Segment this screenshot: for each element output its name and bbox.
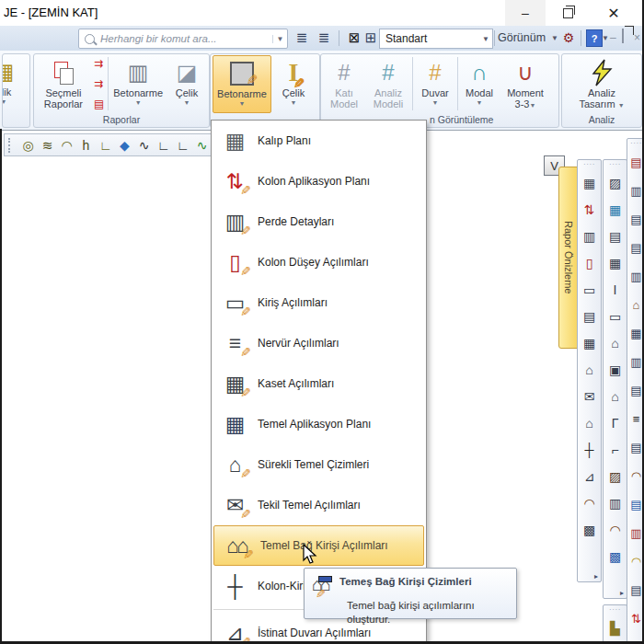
right-toolbar-1: ∙∙∙∙ ▦⇅▥▯▭▤▦⌂✉⌂┼⊿◠▩ ▸ bbox=[577, 159, 602, 582]
menu-item[interactable]: ▭ ✎ Kiriş Açılımları bbox=[212, 282, 426, 323]
mdi-close-button[interactable]: × bbox=[634, 31, 640, 44]
betonarme-raporlar-button[interactable]: ▥ Betonarme ▼ bbox=[109, 55, 167, 111]
layers-alt-icon[interactable]: ≣ bbox=[315, 29, 333, 47]
drawing-tool-icon[interactable]: ▥ bbox=[605, 489, 625, 516]
menu-item[interactable]: ▦ ✎ Kaset Açılımları bbox=[212, 363, 426, 404]
menu-item[interactable]: ⌂ ✎ Sürekli Temel Çizimleri bbox=[212, 444, 426, 485]
mdi-minimize-button[interactable]: – bbox=[610, 31, 616, 44]
canvas-tool-icon[interactable]: ◆ bbox=[115, 138, 134, 153]
drawing-tool-icon[interactable]: ▥ bbox=[580, 223, 599, 249]
canvas-tool-icon[interactable]: ≋ bbox=[38, 138, 57, 153]
canvas-tool-icon[interactable]: h bbox=[76, 138, 96, 153]
canvas-tool-icon[interactable]: ∟ bbox=[154, 138, 173, 153]
moment-button[interactable]: ∪ Moment 3-3▼ bbox=[500, 55, 551, 111]
drawing-tool-icon[interactable]: ▭ bbox=[580, 276, 599, 303]
menu-item-label: Temel Bağ Kirişi Açılımları bbox=[260, 539, 388, 552]
canvas-tool-icon[interactable]: ∿ bbox=[134, 138, 154, 153]
search-input[interactable] bbox=[98, 32, 272, 45]
drawing-tool-icon[interactable]: ◠ bbox=[580, 489, 599, 516]
drawing-tool-icon[interactable]: ⌐ bbox=[605, 436, 625, 463]
restore-button[interactable] bbox=[547, 0, 588, 26]
drawing-tool-icon[interactable]: ▤ bbox=[580, 303, 599, 329]
analiz-modeli-button[interactable]: # Analiz Modeli bbox=[365, 55, 411, 111]
layers-icon[interactable]: ≣ bbox=[293, 29, 311, 47]
close-view-icon[interactable]: ⊠ bbox=[346, 29, 362, 47]
minimize-button[interactable]: – bbox=[505, 0, 546, 26]
plan-view-icon[interactable]: ⊞ bbox=[362, 29, 379, 47]
menu-item[interactable]: ⇅ ✎ Kolon Aplikasyon Planı bbox=[212, 161, 426, 201]
drawing-tool-icon[interactable]: ✉ bbox=[580, 383, 599, 409]
drawing-tool-icon[interactable]: ⌂ bbox=[605, 383, 625, 409]
report-mini-icon[interactable]: ▤ bbox=[94, 98, 104, 110]
view-menu-button[interactable]: Görünüm ▼ bbox=[498, 29, 558, 47]
drawing-tool-icon[interactable]: ⌂ bbox=[580, 356, 599, 383]
report-mini-icon[interactable]: ⇉ bbox=[94, 77, 104, 90]
combo-dropdown-arrow-icon[interactable]: ▼ bbox=[479, 35, 492, 43]
drawing-tool-icon[interactable]: ▭ bbox=[605, 303, 625, 329]
drawing-tool-icon[interactable]: I bbox=[605, 276, 625, 303]
solid-model-icon: # bbox=[338, 58, 350, 87]
canvas-tool-icon[interactable]: ◎ bbox=[18, 138, 38, 153]
canvas-tool-icon[interactable]: ∟ bbox=[96, 138, 115, 153]
modal-button[interactable]: ∩ Modal ▼ bbox=[459, 55, 500, 111]
pencil-icon: ✎ bbox=[240, 305, 251, 319]
style-combobox[interactable]: Standart ▼ bbox=[379, 29, 493, 49]
settings-icon[interactable]: ⚙ bbox=[559, 29, 578, 47]
canvas-tool-icon[interactable]: ∟ bbox=[173, 138, 192, 153]
drawing-tool-icon[interactable]: ▤ bbox=[605, 223, 625, 249]
drawing-tool-icon[interactable]: ⌂ bbox=[580, 409, 599, 436]
toolbar-grip[interactable] bbox=[8, 138, 15, 153]
celik-cizim-button[interactable]: I ✎ Çelik ▼ bbox=[271, 55, 316, 111]
toolbar-separator bbox=[339, 30, 339, 46]
ribbon: ▦ elik ▼ Seçmeli Raporlar ⇉⇉▤ bbox=[0, 51, 644, 131]
toolbar-grip[interactable]: ∙∙∙∙ bbox=[609, 161, 621, 168]
kati-model-button[interactable]: # Katı Model bbox=[323, 55, 365, 111]
drawing-tool-icon[interactable]: ▣ bbox=[605, 356, 625, 383]
celik-raporlar-button[interactable]: ◪ Çelik ▼ bbox=[167, 55, 207, 111]
help-dropdown-arrow-icon[interactable]: ▼ bbox=[601, 29, 610, 47]
close-button[interactable]: ✕ bbox=[590, 0, 638, 26]
menu-item[interactable]: ▦ ✎ Temel Aplikasyon Planı bbox=[212, 404, 426, 444]
drawing-tool-icon[interactable]: ▦ bbox=[580, 329, 599, 356]
canvas-tool-icon[interactable]: ∿ bbox=[192, 138, 212, 153]
betonarme-cizim-button[interactable]: ✎ Betonarme ▼ bbox=[213, 55, 271, 113]
toolbar-grip[interactable]: ∙∙∙∙ bbox=[630, 140, 642, 147]
menu-item-icon: ▦ ✎ bbox=[219, 369, 248, 398]
drawing-tool-icon[interactable]: ▨ bbox=[605, 463, 625, 489]
drawing-tool-icon[interactable]: ⌂ bbox=[605, 329, 625, 356]
search-dropdown-arrow-icon[interactable]: ▼ bbox=[272, 35, 287, 43]
drawing-tool-icon[interactable]: ⇅ bbox=[580, 196, 599, 223]
drawing-tool-icon[interactable]: ▙ bbox=[605, 615, 625, 641]
drawing-tool-icon[interactable]: ▦ bbox=[605, 249, 625, 276]
celik-partial-button[interactable]: ▦ elik ▼ bbox=[2, 54, 29, 110]
toolbar-grip[interactable]: ∙∙∙∙ bbox=[609, 606, 621, 614]
toolbar-expander-icon[interactable]: ▸ bbox=[594, 572, 601, 581]
secmeli-raporlar-button[interactable]: Seçmeli Raporlar bbox=[36, 55, 91, 111]
drawing-tool-icon[interactable]: ▩ bbox=[605, 543, 625, 569]
menu-item[interactable]: ▥ ✎ Perde Detayları bbox=[212, 201, 426, 242]
menu-item[interactable]: ✉ ✎ Tekil Temel Açılımları bbox=[212, 485, 426, 525]
analiz-tasarim-button[interactable]: Analiz Tasarım ▼ bbox=[571, 55, 632, 111]
menu-item[interactable]: ▦ ✎ Kalıp Planı bbox=[212, 121, 426, 161]
drawing-tool-icon[interactable]: ┼ bbox=[580, 436, 599, 463]
drawing-tool-icon[interactable]: Γ bbox=[605, 409, 625, 436]
duvar-button[interactable]: # Duvar ▼ bbox=[414, 55, 456, 111]
menu-item[interactable]: ≡ ✎ Nervür Açılımları bbox=[212, 323, 426, 363]
drawing-tool-icon[interactable]: ▦ bbox=[580, 169, 599, 196]
canvas-tool-icon[interactable]: ◠ bbox=[57, 138, 76, 153]
drawing-tool-icon[interactable]: ▦ bbox=[605, 196, 625, 223]
drawing-tool-icon[interactable]: ▩ bbox=[580, 516, 599, 543]
rapor-onizleme-tab[interactable]: Rapor Önizleme bbox=[558, 167, 578, 349]
drawing-tool-icon[interactable]: ◠ bbox=[605, 516, 625, 543]
toolbar-grip[interactable]: ∙∙∙∙ bbox=[583, 161, 595, 168]
menu-item[interactable]: ▯ ✎ Kolon Düşey Açılımları bbox=[212, 242, 426, 282]
mdi-restore-button[interactable] bbox=[622, 29, 624, 42]
drawing-tool-icon[interactable]: ▨ bbox=[605, 169, 625, 196]
drawing-tool-icon[interactable]: ▯ bbox=[580, 249, 599, 276]
group-caption-analiz: Analiz bbox=[562, 113, 641, 126]
menu-item[interactable]: ⌂⌂ ✎ Temel Bağ Kirişi Açılımları bbox=[213, 525, 424, 566]
drawing-tool-icon[interactable]: ⊿ bbox=[580, 463, 599, 489]
command-search-box[interactable]: ▼ bbox=[78, 29, 288, 49]
toolbar-expander-icon[interactable]: ▸ bbox=[620, 589, 627, 598]
report-mini-icon[interactable]: ⇉ bbox=[94, 57, 104, 70]
